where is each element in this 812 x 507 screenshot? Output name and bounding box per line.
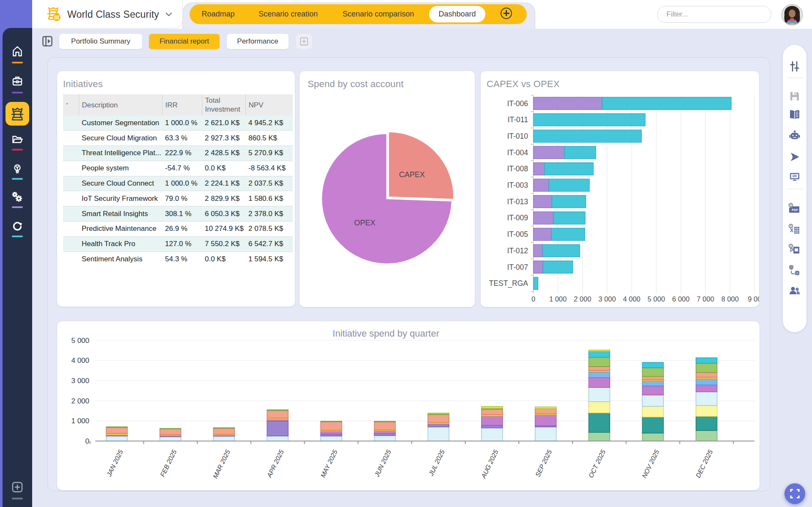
svg-text:JUN 2025: JUN 2025: [373, 449, 392, 479]
svg-text:2 000: 2 000: [574, 295, 591, 303]
svg-text:IT-007: IT-007: [507, 263, 528, 271]
svg-text:OPEX: OPEX: [354, 219, 375, 227]
svg-text:7 000: 7 000: [697, 295, 714, 303]
svg-text:4 000: 4 000: [71, 356, 89, 364]
svg-text:3 000: 3 000: [598, 295, 616, 303]
svg-text:AUG 2025: AUG 2025: [479, 449, 500, 480]
svg-text:NOV 2025: NOV 2025: [641, 449, 661, 480]
svg-text:OCT 2025: OCT 2025: [587, 449, 607, 479]
svg-text:FEB 2025: FEB 2025: [159, 449, 178, 478]
svg-text:Initiative spend by quarter: Initiative spend by quarter: [333, 328, 439, 339]
svg-text:TEST_RGA: TEST_RGA: [489, 279, 528, 288]
svg-text:6 000: 6 000: [672, 295, 689, 303]
svg-text:1 000: 1 000: [549, 295, 567, 303]
svg-text:9 00: 9 00: [748, 295, 759, 303]
svg-text:DEC 2025: DEC 2025: [694, 449, 714, 479]
svg-text:JAN 2025: JAN 2025: [105, 449, 124, 478]
svg-text:8 000: 8 000: [721, 295, 739, 303]
svg-text:JUL 2025: JUL 2025: [427, 449, 446, 477]
svg-text:APR 2025: APR 2025: [265, 449, 285, 479]
svg-text:IT-003: IT-003: [507, 181, 528, 189]
svg-text:MAY 2025: MAY 2025: [319, 449, 339, 479]
svg-text:0: 0: [531, 295, 535, 303]
svg-text:PDF: PDF: [792, 208, 798, 212]
svg-text:IT-013: IT-013: [507, 197, 528, 206]
svg-text:IT-009: IT-009: [507, 214, 528, 222]
svg-text:IT-010: IT-010: [507, 132, 528, 140]
svg-text:MAR 2025: MAR 2025: [212, 449, 232, 480]
svg-text:SEP 2025: SEP 2025: [534, 449, 553, 478]
svg-text:1 000: 1 000: [71, 417, 89, 425]
svg-text:CAPEX: CAPEX: [399, 170, 425, 179]
svg-text:IT-005: IT-005: [507, 230, 528, 238]
svg-text:IT-006: IT-006: [507, 99, 528, 108]
svg-text:0: 0: [85, 437, 89, 445]
svg-text:2 000: 2 000: [71, 397, 89, 405]
svg-text:5 000: 5 000: [647, 295, 665, 303]
svg-text:3 000: 3 000: [71, 377, 89, 385]
svg-text:IT-011: IT-011: [508, 115, 528, 124]
svg-text:5 000: 5 000: [71, 337, 89, 345]
svg-text:4 000: 4 000: [623, 295, 640, 303]
svg-text:IT-008: IT-008: [507, 164, 528, 173]
svg-text:IT-012: IT-012: [507, 247, 528, 255]
svg-text:IT-004: IT-004: [507, 148, 528, 157]
